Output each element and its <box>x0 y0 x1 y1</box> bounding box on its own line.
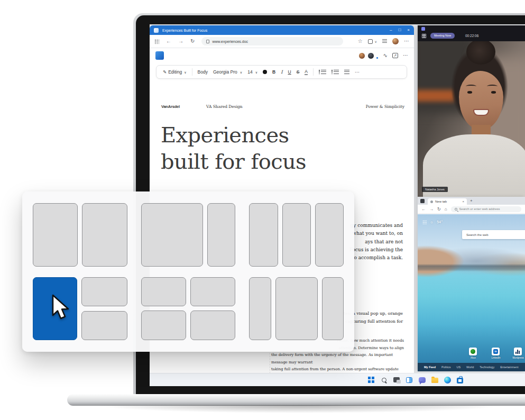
text-line: gy communicates and <box>349 222 403 230</box>
teams-logo-icon <box>421 27 425 31</box>
numbered-list-icon[interactable] <box>334 70 339 74</box>
snap-cell[interactable] <box>141 277 186 307</box>
news-link[interactable]: World <box>466 366 474 369</box>
document-subtitle: VA Shared Design <box>206 104 243 109</box>
snap-cell[interactable] <box>141 203 204 267</box>
heading-line: built for focus <box>161 148 306 175</box>
participant-name-tag: Natasha Jones <box>422 187 448 192</box>
extensions-icon[interactable] <box>368 39 373 44</box>
news-link[interactable]: US <box>456 366 460 369</box>
close-button[interactable]: × <box>407 25 410 35</box>
chevron-down-icon[interactable]: ∨ <box>375 40 377 43</box>
snap-layout-side-center-side <box>249 277 344 341</box>
news-link[interactable]: Technology <box>480 366 494 369</box>
snap-layout-left-half-right-stack <box>33 277 127 341</box>
meeting-badge[interactable]: Meeting Now <box>430 33 455 39</box>
workspaces-icon[interactable] <box>420 199 425 203</box>
tile-xbox[interactable]: Xbox <box>469 348 477 355</box>
edge-button[interactable] <box>444 376 451 384</box>
news-link[interactable]: My Feed <box>424 366 436 369</box>
collections-icon[interactable] <box>382 39 387 43</box>
tile-wordpress[interactable]: Wordpress <box>514 348 522 355</box>
tab-close-icon[interactable]: × <box>462 200 464 203</box>
news-link[interactable]: Entertainment <box>500 366 518 369</box>
refresh-icon[interactable]: ↻ <box>190 39 195 44</box>
text-line: Focus is achieving the <box>349 246 403 254</box>
italic-button[interactable]: I <box>281 69 282 75</box>
maximize-button[interactable]: □ <box>398 25 401 35</box>
gallery-grid-icon[interactable] <box>422 34 426 38</box>
tile-linkedin[interactable]: in LinkedIn <box>492 348 500 355</box>
start-button[interactable] <box>367 376 375 384</box>
style-dropdown[interactable]: Body <box>198 69 208 75</box>
snap-cell[interactable] <box>315 203 344 267</box>
chat-bubble-icon <box>419 377 426 383</box>
face-feature <box>466 85 476 88</box>
snap-cell[interactable] <box>275 277 318 341</box>
align-icon[interactable] <box>344 70 349 74</box>
word-logo-icon[interactable] <box>155 51 164 60</box>
snap-cell[interactable] <box>249 277 271 341</box>
forward-icon[interactable]: → <box>178 39 183 44</box>
snap-cell[interactable] <box>249 203 278 267</box>
snap-cell[interactable] <box>322 277 344 341</box>
highlight-button[interactable]: A <box>305 69 308 75</box>
browser-tab[interactable]: New tab × <box>428 198 467 205</box>
font-size-value: 14 <box>247 69 252 75</box>
snap-cell[interactable] <box>207 203 235 267</box>
snap-cell[interactable] <box>141 311 186 340</box>
snap-cell[interactable] <box>33 203 78 267</box>
file-explorer-button[interactable] <box>431 376 438 384</box>
home-icon[interactable]: ⌂ <box>445 207 447 212</box>
forward-icon[interactable]: → <box>429 207 434 212</box>
task-view-button[interactable] <box>393 376 400 384</box>
share-icon[interactable]: ↗ <box>392 53 398 58</box>
back-icon[interactable]: ← <box>421 207 426 212</box>
snap-cell[interactable] <box>190 311 235 340</box>
taskbar-icons <box>367 376 464 384</box>
font-size-dropdown[interactable]: 14 ∨ <box>247 69 257 75</box>
taskbar-search-button[interactable] <box>380 376 388 384</box>
strikethrough-button[interactable]: S <box>297 69 300 75</box>
toolbar-right: ☆ ∨ ⋯ <box>358 38 409 44</box>
settings-more-icon[interactable]: ⋯ <box>404 39 409 44</box>
new-tab-icon[interactable]: + <box>470 198 473 204</box>
apps-grid-icon[interactable] <box>422 220 427 224</box>
favorites-star-icon[interactable]: ☆ <box>358 39 363 44</box>
underline-button[interactable]: U <box>288 69 291 75</box>
editing-mode-dropdown[interactable]: ✎ Editing ∨ <box>163 69 187 75</box>
activity-icon[interactable]: ∿ <box>383 53 388 58</box>
back-icon[interactable]: ← <box>166 39 171 44</box>
font-color-icon[interactable] <box>263 70 267 74</box>
temperature[interactable]: 54° <box>437 220 443 224</box>
collaborator-avatar[interactable] <box>367 52 374 59</box>
snap-cell[interactable] <box>190 277 235 307</box>
refresh-icon[interactable]: ↻ <box>437 207 441 212</box>
minimize-button[interactable]: – <box>390 25 392 35</box>
address-bar[interactable]: Search or enter web address <box>451 206 521 212</box>
toolbar-more-icon[interactable]: ⋯ <box>355 69 360 75</box>
snap-layout-quad <box>141 277 236 341</box>
snap-cell[interactable] <box>81 277 127 306</box>
snap-cell[interactable] <box>81 311 127 340</box>
snap-layout-two-columns <box>33 203 127 267</box>
collaborator-avatar[interactable] <box>358 52 365 59</box>
bold-button[interactable]: B <box>272 69 275 75</box>
windows-logo-icon <box>368 377 374 383</box>
web-search-box[interactable]: Search the web <box>462 230 525 239</box>
apps-grid-icon[interactable] <box>154 39 159 44</box>
snap-cell[interactable] <box>82 203 127 267</box>
bullet-list-icon[interactable] <box>321 70 326 74</box>
snap-cell[interactable] <box>282 203 311 267</box>
address-bar[interactable]: www.experiences.doc <box>201 37 343 45</box>
teams-call-window: Meeting Now 00:22:06 Natasha Jones <box>418 25 525 197</box>
store-button[interactable] <box>456 376 464 384</box>
stage: Experiences Built for Focus – □ × ← → ↻ … <box>0 0 525 420</box>
chat-button[interactable] <box>418 376 426 384</box>
news-link[interactable]: Politics <box>441 366 450 369</box>
more-icon[interactable]: ⋯ <box>403 53 408 58</box>
font-dropdown[interactable]: Georgia Pro ∨ <box>213 69 242 75</box>
profile-avatar[interactable] <box>392 38 399 44</box>
widgets-button[interactable] <box>406 376 413 384</box>
bing-homepage: ☼ 54° Search the web Xbox in LinkedIn <box>418 214 525 371</box>
